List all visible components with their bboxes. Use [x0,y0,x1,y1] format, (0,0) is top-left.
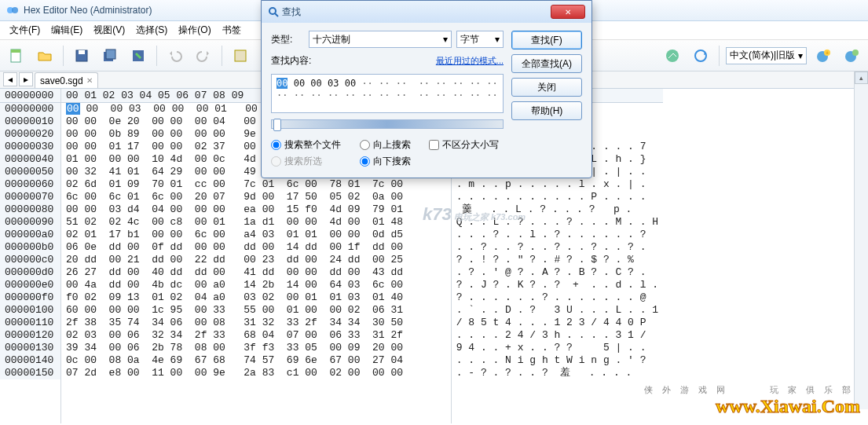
opt-selection[interactable]: 搜索所选 [271,155,346,168]
window-title: Hex Editor Neo (Administrator) [24,5,152,16]
address-cell: 00000020 [0,128,60,141]
save-all-button[interactable] [98,44,122,68]
tool-a-button[interactable] [229,44,252,68]
chevron-down-icon: ▾ [798,50,803,61]
ascii-cell[interactable]: . ? . ' @ ? . A ? . B ? . C ? . [452,266,663,279]
hex-cell[interactable]: 20 dd 00 21 dd 00 22 dd 00 23 dd 00 24 d… [61,254,451,266]
close-button[interactable]: 关闭 [511,78,582,97]
hex-cell[interactable]: 02 6d 01 09 70 01 cc 00 7c 01 6c 00 78 0… [61,178,451,191]
ascii-cell[interactable]: ? . J ? . K ? . ? + . . d . l . [452,279,663,291]
address-cell: 00000010 [0,115,60,128]
hex-cell[interactable]: 06 0e dd 00 0f dd 00 00 dd 00 14 dd 00 1… [61,241,451,254]
app-logo-icon [6,4,19,16]
address-cell: 00000080 [0,203,60,216]
find-all-button[interactable]: 全部查找(A) [511,54,582,73]
tab-close-icon[interactable]: ✕ [86,76,93,85]
hex-cell[interactable]: f0 02 09 13 01 02 04 a0 03 02 00 01 01 0… [61,291,451,304]
svg-text:+: + [826,50,829,56]
menu-ops[interactable]: 操作(O) [174,22,215,38]
svg-point-11 [666,49,679,62]
menu-bookmark[interactable]: 书签 [218,22,246,38]
tab-next-button[interactable]: ▸ [19,72,33,86]
tool-globe-a[interactable] [661,44,684,68]
recent-patterns-link[interactable]: 最近用过的模式... [436,55,504,67]
ascii-cell[interactable]: 9 4 . . + x . . ? ? 5 | . . [452,342,663,354]
dialog-close-button[interactable]: ✕ [551,5,585,19]
address-cell: 00000140 [0,354,60,367]
history-slider[interactable] [271,119,504,129]
address-cell: 00000060 [0,178,60,191]
svg-rect-7 [106,49,115,59]
ascii-cell[interactable]: / 8 5 t 4 . . . 1 2 3 / 4 4 0 P [452,317,663,329]
find-content-input[interactable]: 00 00 00 03 00 ·· ·· ·· ·· ·· ·· ·· ·· ·… [271,74,504,113]
unit-select[interactable]: 字节▾ [456,31,504,48]
address-cell: 00000030 [0,141,60,153]
document-tab[interactable]: save0.sgd ✕ [35,72,98,88]
hex-cell[interactable]: 0c 00 08 0a 4e 69 67 68 74 57 69 6e 67 0… [61,354,451,367]
find-button[interactable]: 查找(F) [511,31,582,49]
dialog-title: 查找 [282,5,551,19]
tool-refresh[interactable] [689,44,712,68]
panel-up-button[interactable]: ▴ [855,71,868,84]
ascii-cell[interactable]: . . . . . . . . . . . P . . . . [452,191,663,203]
address-cell: 00000070 [0,191,60,203]
menu-view[interactable]: 视图(V) [89,22,130,38]
unit-value: 字节 [460,33,479,46]
ascii-cell[interactable]: . . . . N i g h t W i n g . ' ? [452,354,663,367]
opt-whole-file[interactable]: 搜索整个文件 [271,138,346,152]
opt-search-up[interactable]: 向上搜索 [360,138,416,152]
ascii-cell[interactable]: . . . . 2 4 / 3 h . . . . 3 1 / [452,329,663,342]
svg-rect-3 [11,49,20,53]
hex-cell[interactable]: 07 2d e8 00 11 00 00 9e 2a 83 c1 00 02 0… [61,367,451,379]
ascii-cell[interactable]: . - ? . ? . . ? 羞 . . . . [452,367,663,379]
hex-cell[interactable]: 02 03 00 06 32 34 2f 33 68 04 07 00 06 3… [61,329,451,342]
redo-button[interactable] [192,44,215,68]
language-value: 中文(简体)|旧版 [730,49,795,62]
globe-add-button[interactable]: + [811,44,835,68]
opt-search-down[interactable]: 向下搜索 [360,155,416,168]
opt-ignore-case[interactable]: 不区分大小写 [429,138,504,152]
address-cell: 00000150 [0,367,60,379]
chevron-down-icon: ▾ [495,34,500,45]
menu-edit[interactable]: 编辑(E) [46,22,87,38]
address-cell: 00000120 [0,329,60,342]
menu-select[interactable]: 选择(S) [131,22,172,38]
open-file-button[interactable] [33,44,57,68]
hex-cell[interactable]: 39 34 00 06 2b 78 08 00 3f f3 33 05 00 0… [61,342,451,354]
hex-cell[interactable]: 6c 00 6c 01 6c 00 20 07 9d 00 17 50 05 0… [61,191,451,203]
hex-cell[interactable]: 2f 38 35 74 34 06 00 08 31 32 33 2f 34 3… [61,317,451,329]
k73-watermark: k73 电玩之家 k73.com [423,204,526,225]
address-cell: 000000a0 [0,229,60,241]
undo-button[interactable] [163,44,187,68]
ascii-cell[interactable]: ? . . . . . . ? . . . . . . . @ [452,291,663,304]
address-cell: 00000040 [0,153,60,166]
globe-settings-button[interactable] [840,44,863,68]
type-select[interactable]: 十六进制▾ [309,31,452,48]
save-as-button[interactable] [126,44,150,68]
address-cell: 00000050 [0,166,60,178]
new-file-button[interactable] [5,44,28,68]
search-icon [268,6,279,17]
svg-line-19 [275,13,278,16]
menu-file[interactable]: 文件(F) [5,22,45,38]
ascii-cell[interactable]: . ` . . D . ? 3 U . . . L . . 1 [452,304,663,317]
ascii-cell[interactable]: . . ? . . ? . . ? . . ? . . ? . [452,241,663,254]
address-cell: 00000090 [0,216,60,229]
language-select[interactable]: 中文(简体)|旧版 ▾ [726,47,807,64]
hex-cell[interactable]: 26 27 dd 00 40 dd dd 00 41 dd 00 00 dd 0… [61,266,451,279]
ascii-cell[interactable]: ? . ! ? . " ? . # ? . $ ? . % [452,254,663,266]
hex-cell[interactable]: 02 01 17 b1 00 00 6c 00 a4 03 01 01 00 0… [61,229,451,241]
save-button[interactable] [70,44,93,68]
help-button[interactable]: 帮助(H) [511,101,582,120]
hex-cell[interactable]: 00 00 03 d4 04 00 00 00 ea 00 15 f0 4d 0… [61,203,451,216]
address-cell: 000000c0 [0,254,60,266]
hex-cell[interactable]: 51 02 02 4c 00 c8 00 01 1a d1 00 00 4d 0… [61,216,451,229]
hex-cell[interactable]: 00 4a dd 00 4b dc 00 a0 14 2b 14 00 64 0… [61,279,451,291]
type-value: 十六进制 [313,33,350,46]
content-label: 查找内容: [271,54,311,68]
type-label: 类型: [271,33,304,46]
tab-prev-button[interactable]: ◂ [3,72,17,86]
hex-cell[interactable]: 60 00 00 00 1c 95 00 33 55 00 01 00 00 0… [61,304,451,317]
ascii-cell[interactable]: . m . . p . . . . . l . x . | . [452,178,663,191]
ascii-cell[interactable]: . . . ? . . l . ? . . . . . . ? [452,229,663,241]
